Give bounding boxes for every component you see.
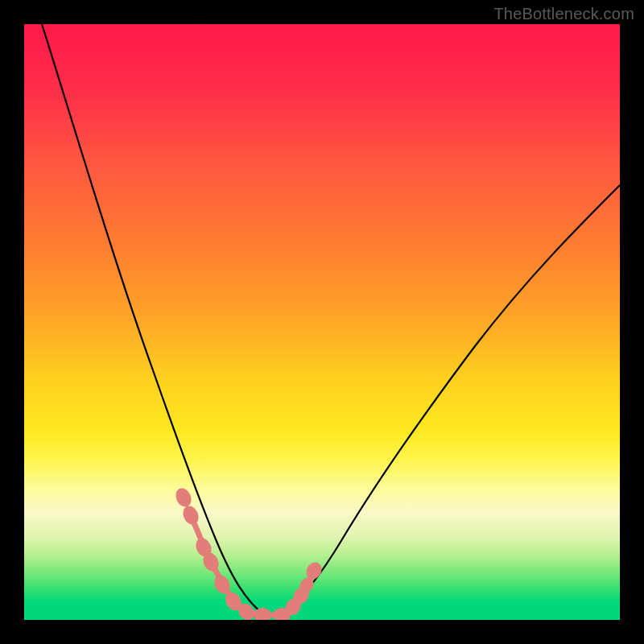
bead-chain-left <box>173 485 258 620</box>
chart-frame: TheBottleneck.com <box>0 0 644 644</box>
chart-overlay <box>24 24 620 620</box>
bead-chain-right <box>282 559 324 618</box>
watermark-text: TheBottleneck.com <box>493 5 634 23</box>
curve-right <box>280 185 620 616</box>
curve-left <box>42 24 266 616</box>
svg-point-0 <box>173 485 194 509</box>
